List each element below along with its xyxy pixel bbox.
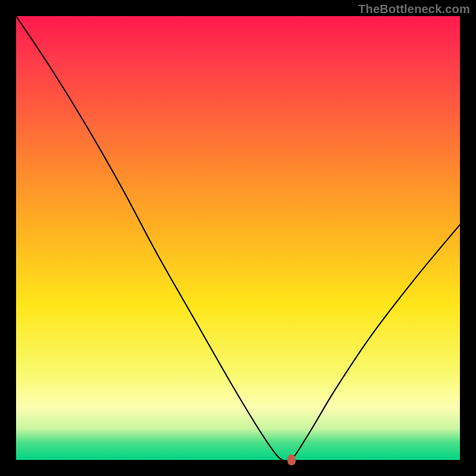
optimal-marker (287, 455, 296, 465)
attribution-text: TheBottleneck.com (358, 2, 470, 16)
plot-area (16, 16, 460, 460)
chart-frame: TheBottleneck.com (0, 0, 476, 476)
bottleneck-curve (16, 16, 460, 462)
curve-svg (16, 16, 460, 460)
